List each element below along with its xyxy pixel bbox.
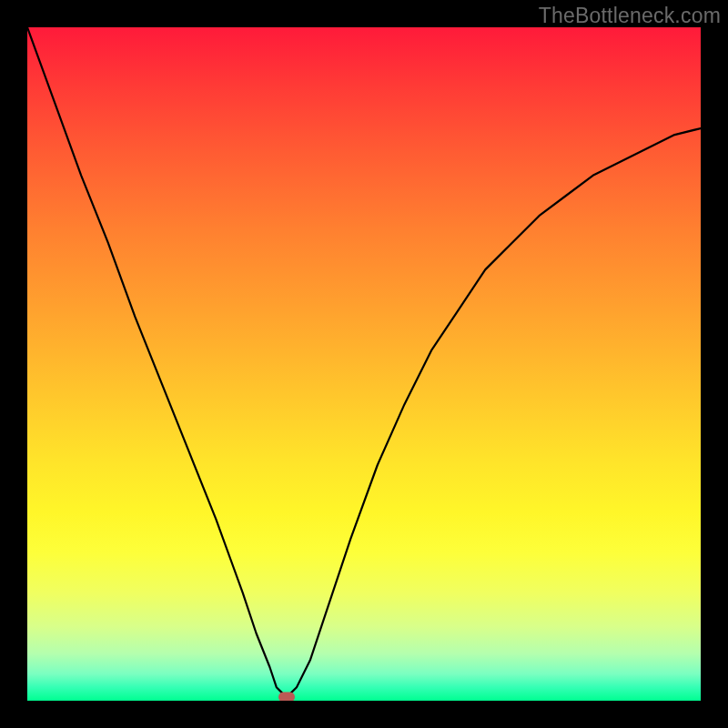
bottleneck-curve	[27, 27, 701, 694]
curve-svg	[27, 27, 701, 701]
watermark-text: TheBottleneck.com	[539, 4, 721, 28]
plot-area	[27, 27, 701, 701]
chart-frame: TheBottleneck.com	[0, 0, 728, 728]
optimum-marker	[278, 693, 295, 701]
